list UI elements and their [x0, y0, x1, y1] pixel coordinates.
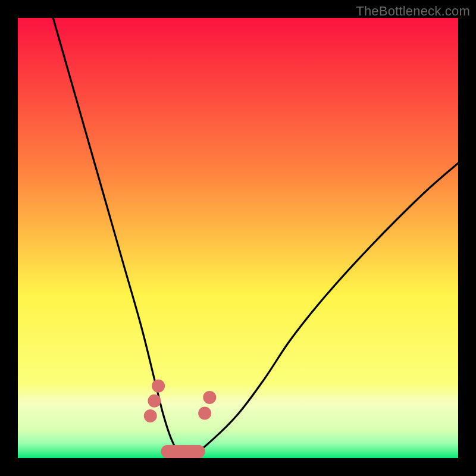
salmon-blob-left-dot — [152, 380, 165, 393]
watermark-text: TheBottleneck.com — [356, 4, 470, 19]
salmon-blob-left-dot — [144, 409, 157, 422]
chart-frame — [18, 18, 458, 458]
salmon-base-bar-cap — [161, 445, 174, 458]
gradient-background — [18, 18, 458, 458]
salmon-blob-right-dot — [198, 407, 211, 420]
salmon-blob-right-dot — [203, 391, 216, 404]
salmon-blob-left-dot — [148, 394, 161, 408]
chart-svg — [18, 18, 458, 458]
salmon-base-bar-cap — [192, 445, 205, 458]
